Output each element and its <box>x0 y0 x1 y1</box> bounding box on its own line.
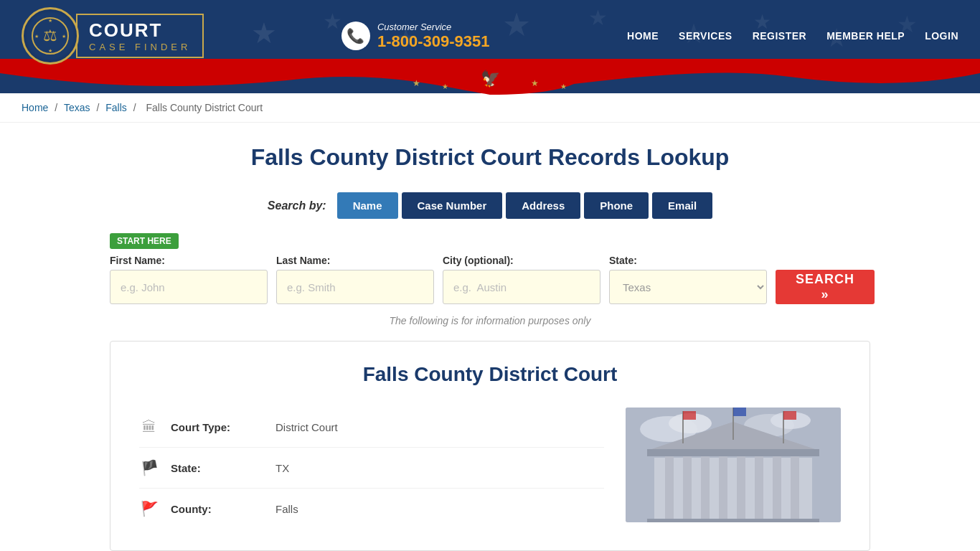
tab-address[interactable]: Address <box>506 192 580 219</box>
breadcrumb-home[interactable]: Home <box>22 102 48 113</box>
logo-case-finder-label: CASE FINDER <box>89 42 191 52</box>
page-title: Falls County District Court Records Look… <box>110 144 870 171</box>
court-type-label: Court Type: <box>171 421 264 433</box>
tab-email[interactable]: Email <box>652 192 712 219</box>
last-name-label: Last Name: <box>276 255 434 266</box>
svg-rect-41 <box>733 408 746 416</box>
city-group: City (optional): <box>443 255 600 304</box>
last-name-group: Last Name: <box>276 255 434 304</box>
court-card-body: 🏛 Court Type: District Court 🏴 State: TX… <box>139 408 841 529</box>
svg-rect-29 <box>719 451 727 522</box>
nav-home[interactable]: HOME <box>627 30 659 42</box>
court-card: Falls County District Court 🏛 Court Type… <box>110 341 870 551</box>
tab-name[interactable]: Name <box>337 192 398 219</box>
first-name-input[interactable] <box>110 270 268 304</box>
county-value: Falls <box>275 503 298 515</box>
svg-rect-42 <box>783 411 796 420</box>
state-label: State: <box>609 255 767 266</box>
svg-text:🦅: 🦅 <box>481 69 501 88</box>
state-group: State: Texas Alabama Alaska Arizona Arka… <box>609 255 767 304</box>
county-label: County: <box>171 503 264 515</box>
search-by-label: Search by: <box>268 199 326 212</box>
main-content: Falls County District Court Records Look… <box>95 123 885 551</box>
svg-rect-26 <box>665 451 674 522</box>
state-select[interactable]: Texas Alabama Alaska Arizona Arkansas Ca… <box>609 270 767 304</box>
court-type-icon: 🏛 <box>139 419 159 435</box>
svg-text:★: ★ <box>442 83 448 90</box>
customer-service: 📞 Customer Service 1-800-309-9351 <box>341 22 490 51</box>
svg-rect-30 <box>737 451 745 522</box>
svg-text:★: ★ <box>531 78 539 88</box>
banner-wave: 🦅 ★ ★ ★ ★ <box>0 72 980 93</box>
court-type-value: District Court <box>275 421 338 433</box>
court-card-title: Falls County District Court <box>139 363 841 386</box>
main-nav: HOME SERVICES REGISTER MEMBER HELP LOGIN <box>627 30 958 42</box>
logo-court-label: COURT <box>89 19 191 42</box>
state-label-detail: State: <box>171 462 264 474</box>
svg-text:★: ★ <box>413 78 420 88</box>
svg-rect-25 <box>654 458 812 522</box>
logo-circle: ★ ★ ★ ★ ⚖ <box>22 7 79 65</box>
courthouse-image <box>626 408 841 522</box>
detail-row-county: 🚩 County: Falls <box>139 489 604 529</box>
cs-label: Customer Service <box>377 22 490 32</box>
breadcrumb: Home / Texas / Falls / Falls County Dist… <box>0 93 980 123</box>
svg-rect-35 <box>647 449 819 456</box>
detail-row-court-type: 🏛 Court Type: District Court <box>139 408 604 448</box>
cs-phone: 1-800-309-9351 <box>377 32 490 51</box>
svg-rect-36 <box>647 519 819 522</box>
logo[interactable]: ★ ★ ★ ★ ⚖ COURT CASE FINDER <box>22 7 204 65</box>
svg-rect-40 <box>683 411 696 420</box>
court-details: 🏛 Court Type: District Court 🏴 State: TX… <box>139 408 604 529</box>
svg-rect-32 <box>773 451 781 522</box>
first-name-label: First Name: <box>110 255 268 266</box>
nav-login[interactable]: LOGIN <box>925 30 958 42</box>
svg-text:★: ★ <box>502 6 531 43</box>
city-label: City (optional): <box>443 255 600 266</box>
svg-text:⚖: ⚖ <box>43 27 57 44</box>
svg-rect-33 <box>791 451 799 522</box>
start-here-badge: START HERE <box>110 233 179 249</box>
county-icon: 🚩 <box>139 500 159 517</box>
search-form: First Name: Last Name: City (optional): … <box>110 255 870 304</box>
city-input[interactable] <box>443 270 600 304</box>
search-by-row: Search by: Name Case Number Address Phon… <box>110 192 870 219</box>
svg-text:★: ★ <box>251 17 277 49</box>
state-icon: 🏴 <box>139 459 159 476</box>
breadcrumb-texas[interactable]: Texas <box>64 102 90 113</box>
nav-member-help[interactable]: MEMBER HELP <box>826 30 905 42</box>
info-note: The following is for information purpose… <box>110 315 870 326</box>
detail-row-state: 🏴 State: TX <box>139 448 604 489</box>
svg-text:★: ★ <box>34 34 39 39</box>
svg-text:★: ★ <box>323 9 342 33</box>
svg-text:★: ★ <box>48 18 52 23</box>
nav-services[interactable]: SERVICES <box>679 30 732 42</box>
cs-text-block: Customer Service 1-800-309-9351 <box>377 22 490 51</box>
svg-rect-27 <box>683 451 692 522</box>
logo-text: COURT CASE FINDER <box>76 14 204 58</box>
state-value: TX <box>275 462 289 474</box>
svg-text:★: ★ <box>48 48 52 53</box>
svg-text:★: ★ <box>588 6 608 29</box>
tab-phone[interactable]: Phone <box>584 192 649 219</box>
svg-text:★: ★ <box>62 34 66 39</box>
breadcrumb-current: Falls County District Court <box>146 102 263 113</box>
last-name-input[interactable] <box>276 270 434 304</box>
nav-register[interactable]: REGISTER <box>753 30 807 42</box>
breadcrumb-falls[interactable]: Falls <box>105 102 127 113</box>
tab-case-number[interactable]: Case Number <box>402 192 503 219</box>
search-button[interactable]: SEARCH » <box>776 270 875 304</box>
first-name-group: First Name: <box>110 255 268 304</box>
svg-rect-28 <box>701 451 710 522</box>
phone-icon: 📞 <box>341 22 370 50</box>
svg-rect-31 <box>755 451 763 522</box>
svg-text:★: ★ <box>560 83 567 90</box>
